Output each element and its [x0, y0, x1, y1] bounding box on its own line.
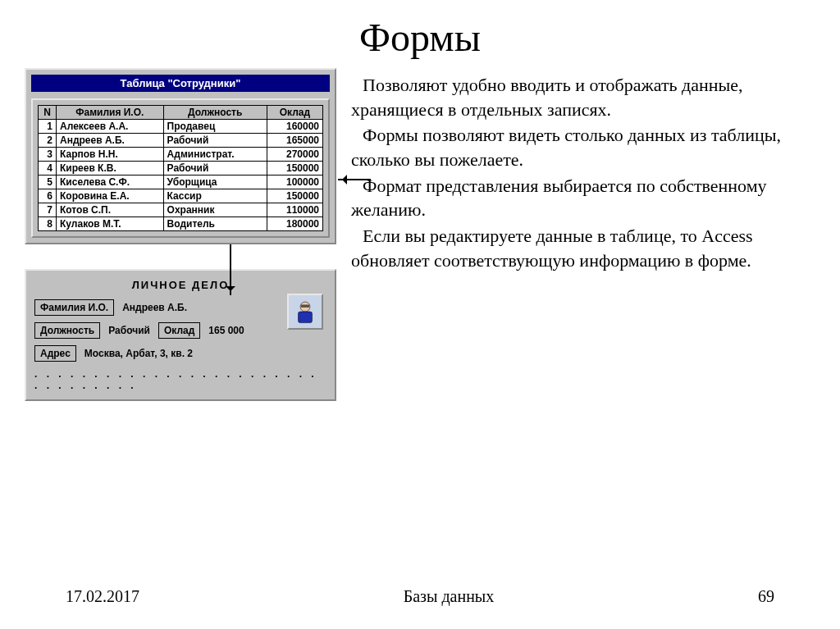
cell-name: Киреев К.В.	[57, 162, 164, 175]
cell-pos: Водитель	[163, 217, 267, 231]
table-row: 3Карпов Н.Н.Администрат.270000	[39, 148, 323, 162]
label-addr: Адрес	[34, 345, 76, 362]
table-row: 7Котов С.П.Охранник110000	[39, 203, 323, 217]
cell-sal: 150000	[267, 189, 322, 203]
arrow-left-icon	[338, 179, 371, 180]
row-pos: Должность Рабочий Оклад 165 000	[34, 322, 326, 339]
cell-n: 7	[39, 203, 57, 217]
table-row: 2Андреев А.Б.Рабочий165000	[39, 134, 323, 148]
svg-rect-2	[301, 305, 309, 308]
cell-n: 6	[39, 189, 57, 203]
table-row: 4Киреев К.В.Рабочий150000	[39, 162, 323, 175]
label-sal: Оклад	[158, 322, 200, 339]
content-row: Таблица "Сотрудники" N Фамилия И.О. Долж…	[0, 68, 840, 401]
cell-n: 1	[39, 120, 57, 134]
cell-pos: Продавец	[163, 120, 267, 134]
para-1: Позволяют удобно вводить и отображать да…	[351, 73, 815, 121]
para-4: Если вы редактируете данные в таблице, т…	[351, 224, 815, 272]
table-window-title: Таблица "Сотрудники"	[31, 75, 330, 92]
footer: 17.02.2017 Базы данных 69	[0, 587, 840, 606]
value-addr: Москва, Арбат, 3, кв. 2	[84, 348, 193, 359]
table-row: 5Киселева С.Ф.Уборщица100000	[39, 175, 323, 189]
cell-sal: 110000	[267, 203, 322, 217]
cell-pos: Администрат.	[163, 148, 267, 162]
cell-name: Котов С.П.	[57, 203, 164, 217]
employees-table: N Фамилия И.О. Должность Оклад 1Алексеев…	[38, 105, 323, 231]
value-pos: Рабочий	[108, 325, 150, 336]
cell-n: 4	[39, 162, 57, 175]
cell-name: Коровина Е.А.	[57, 189, 164, 203]
row-name: Фамилия И.О. Андреев А.Б.	[34, 299, 326, 316]
cell-n: 2	[39, 134, 57, 148]
cell-name: Кулаков М.Т.	[57, 217, 164, 231]
cell-n: 3	[39, 148, 57, 162]
cell-sal: 270000	[267, 148, 322, 162]
cell-sal: 150000	[267, 162, 322, 175]
table-frame: N Фамилия И.О. Должность Оклад 1Алексеев…	[31, 98, 330, 238]
cell-name: Андреев А.Б.	[57, 134, 164, 148]
col-pos: Должность	[163, 106, 267, 120]
table-row: 6Коровина Е.А.Кассир150000	[39, 189, 323, 203]
person-icon	[291, 298, 319, 326]
left-column: Таблица "Сотрудники" N Фамилия И.О. Долж…	[25, 68, 336, 401]
footer-date: 17.02.2017	[66, 587, 139, 606]
row-addr: Адрес Москва, Арбат, 3, кв. 2	[34, 345, 326, 362]
para-2: Формы позволяют видеть столько данных из…	[351, 123, 815, 171]
value-sal: 165 000	[208, 325, 244, 336]
footer-page: 69	[758, 587, 774, 606]
dots-separator: . . . . . . . . . . . . . . . . . . . . …	[34, 368, 326, 391]
svg-rect-1	[299, 312, 313, 323]
cell-pos: Охранник	[163, 203, 267, 217]
table-row: 1Алексеев А.А.Продавец160000	[39, 120, 323, 134]
para-3: Формат представления выбирается по собст…	[351, 174, 815, 222]
cell-sal: 180000	[267, 217, 322, 231]
table-row: 8Кулаков М.Т.Водитель180000	[39, 217, 323, 231]
form-title: ЛИЧНОЕ ДЕЛО	[34, 279, 326, 291]
table-window: Таблица "Сотрудники" N Фамилия И.О. Долж…	[25, 68, 336, 244]
cell-n: 8	[39, 217, 57, 231]
value-name: Андреев А.Б.	[122, 302, 187, 313]
avatar	[287, 294, 323, 330]
cell-n: 5	[39, 175, 57, 189]
form-window: ЛИЧНОЕ ДЕЛО Фамилия И.О. Андреев А.Б. До…	[25, 269, 336, 401]
cell-sal: 100000	[267, 175, 322, 189]
col-sal: Оклад	[267, 106, 322, 120]
cell-pos: Уборщица	[163, 175, 267, 189]
col-name: Фамилия И.О.	[57, 106, 164, 120]
cell-pos: Рабочий	[163, 162, 267, 175]
col-n: N	[39, 106, 57, 120]
cell-name: Алексеев А.А.	[57, 120, 164, 134]
footer-center: Базы данных	[404, 587, 495, 606]
cell-sal: 160000	[267, 120, 322, 134]
cell-name: Киселева С.Ф.	[57, 175, 164, 189]
arrow-down-icon	[230, 244, 231, 295]
table-header-row: N Фамилия И.О. Должность Оклад	[39, 106, 323, 120]
cell-pos: Кассир	[163, 189, 267, 203]
slide-title: Формы	[0, 15, 840, 60]
body-text: Позволяют удобно вводить и отображать да…	[351, 68, 815, 401]
cell-sal: 165000	[267, 134, 322, 148]
cell-pos: Рабочий	[163, 134, 267, 148]
label-pos: Должность	[34, 322, 100, 339]
cell-name: Карпов Н.Н.	[57, 148, 164, 162]
label-name: Фамилия И.О.	[34, 299, 114, 316]
